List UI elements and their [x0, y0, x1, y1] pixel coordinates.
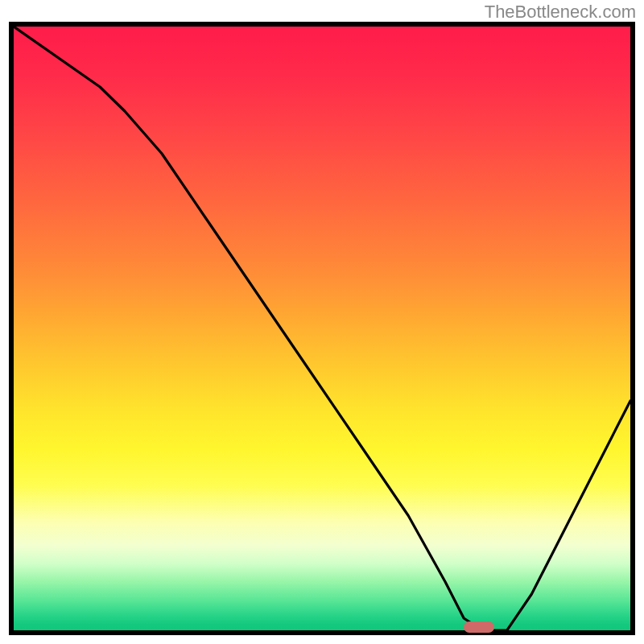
penalty-curve	[14, 27, 630, 630]
penalty-curve-path	[14, 27, 630, 630]
watermark-text: TheBottleneck.com	[485, 2, 636, 23]
optimum-marker	[464, 621, 494, 633]
chart-plot-area	[9, 22, 635, 635]
